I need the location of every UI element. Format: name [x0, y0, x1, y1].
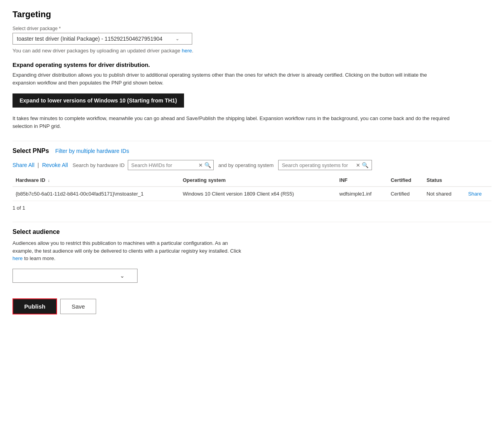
action-button-row: Publish Save — [13, 298, 491, 314]
col-action — [465, 174, 491, 187]
publish-button[interactable]: Publish — [13, 298, 57, 314]
col-operating-system: Operating system — [180, 174, 336, 187]
search-hwid-input[interactable] — [131, 162, 197, 168]
revoke-all-link[interactable]: Revoke All — [42, 162, 68, 168]
cell-os: Windows 10 Client version 1809 Client x6… — [180, 187, 336, 201]
page-title: Targeting — [13, 9, 491, 20]
expand-description: Expanding driver distribution allows you… — [13, 71, 442, 86]
cell-status: Not shared — [424, 187, 465, 201]
search-os-box[interactable]: ✕ 🔍 — [278, 160, 372, 170]
expand-section-title: Expand operating systems for driver dist… — [13, 61, 491, 68]
driver-package-label: Select driver package * — [13, 26, 491, 31]
here-link[interactable]: here — [182, 48, 192, 54]
expand-info-text: It takes few minutes to complete workflo… — [13, 115, 462, 130]
clear-os-icon[interactable]: ✕ — [356, 162, 360, 168]
share-revoke-links: Share All | Revoke All — [13, 162, 68, 168]
table-row: {b85b7c50-6a01-11d2-b841-00c04fad5171}\m… — [13, 187, 491, 201]
section-divider-pnps — [13, 141, 491, 141]
cell-certified: Certified — [388, 187, 424, 201]
search-hwid-box[interactable]: ✕ 🔍 — [128, 160, 214, 170]
share-row-link[interactable]: Share — [468, 191, 482, 197]
driver-package-dropdown[interactable]: toaster test driver (Initial Package) - … — [13, 33, 192, 45]
pnps-toolbar: Share All | Revoke All Search by hardwar… — [13, 160, 491, 170]
audience-chevron-icon: ⌄ — [120, 273, 125, 279]
chevron-down-icon: ⌄ — [175, 36, 179, 41]
pnps-table: Hardware ID ↓ Operating system INF Certi… — [13, 174, 491, 201]
save-button[interactable]: Save — [60, 299, 96, 314]
audience-description: Audiences allow you to restrict this pub… — [13, 239, 247, 262]
cell-share-action[interactable]: Share — [465, 187, 491, 201]
section-divider-audience — [13, 222, 491, 222]
pipe-separator: | — [38, 162, 39, 168]
col-hardware-id[interactable]: Hardware ID ↓ — [13, 174, 180, 187]
col-status: Status — [424, 174, 465, 187]
search-os-icon[interactable]: 🔍 — [362, 162, 368, 168]
audience-here-link[interactable]: here — [13, 255, 23, 261]
helper-text: You can add new driver packages by uploa… — [13, 48, 491, 54]
cell-inf: wdfsimple1.inf — [336, 187, 388, 201]
filter-multiple-hwids-link[interactable]: Filter by multiple hardware IDs — [55, 148, 129, 154]
driver-package-value: toaster test driver (Initial Package) - … — [17, 36, 163, 42]
col-certified: Certified — [388, 174, 424, 187]
audience-dropdown[interactable]: ⌄ — [13, 269, 138, 283]
search-os-input[interactable] — [282, 162, 354, 168]
and-os-label: and by operating system — [218, 162, 274, 168]
col-hardware-id-label: Hardware ID — [16, 177, 45, 183]
col-inf: INF — [336, 174, 388, 187]
clear-hwid-icon[interactable]: ✕ — [198, 162, 203, 168]
cell-hardware-id: {b85b7c50-6a01-11d2-b841-00c04fad5171}\m… — [13, 187, 180, 201]
share-all-link[interactable]: Share All — [13, 162, 34, 168]
expand-button[interactable]: Expand to lower versions of Windows 10 (… — [13, 93, 184, 108]
table-header-row: Hardware ID ↓ Operating system INF Certi… — [13, 174, 491, 187]
select-audience-title: Select audience — [13, 228, 491, 235]
search-hwid-icon[interactable]: 🔍 — [204, 162, 211, 168]
search-hwid-label: Search by hardware ID — [73, 162, 125, 168]
search-hwid-group: Search by hardware ID ✕ 🔍 — [73, 160, 214, 170]
select-pnps-title: Select PNPs — [13, 147, 49, 154]
sort-arrow-icon: ↓ — [48, 178, 50, 183]
pagination-text: 1 of 1 — [13, 205, 491, 211]
select-pnps-header: Select PNPs Filter by multiple hardware … — [13, 147, 491, 154]
